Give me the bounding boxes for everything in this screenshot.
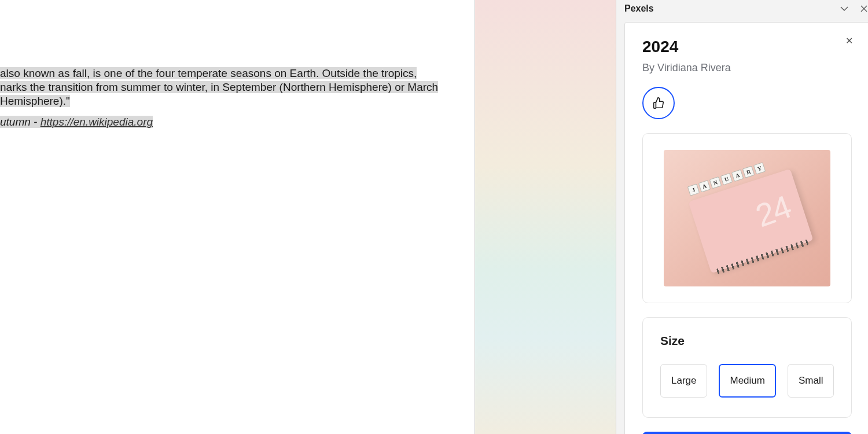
citation-link[interactable]: https://en.wikipedia.org — [41, 116, 153, 128]
document-paragraph: also known as fall, is one of the four t… — [0, 67, 475, 108]
photo-byline: By Viridiana Rivera — [642, 62, 852, 74]
panel-wrapper: ✕ 2024 By Viridiana Rivera 24 JANUARY — [616, 17, 868, 434]
photo-title: 2024 — [642, 38, 852, 56]
size-selector-card: Size Large Medium Small — [642, 317, 852, 418]
insert-photo-button[interactable]: Insert Photo — [642, 432, 852, 434]
size-heading: Size — [660, 334, 834, 348]
size-options: Large Medium Small — [660, 364, 834, 398]
close-icon[interactable] — [859, 4, 868, 13]
document-area: also known as fall, is one of the four t… — [0, 0, 475, 434]
photo-thumbnail[interactable]: 24 JANUARY — [664, 150, 830, 286]
panel-close-icon[interactable]: ✕ — [845, 36, 853, 46]
size-option-medium[interactable]: Medium — [719, 364, 775, 398]
pexels-sidebar: Pexels ✕ 2024 By Viridiana Rivera — [616, 0, 868, 434]
photo-detail-panel: ✕ 2024 By Viridiana Rivera 24 JANUARY — [624, 22, 868, 434]
thumb-big-number: 24 — [751, 187, 795, 234]
photo-preview-card: 24 JANUARY — [642, 133, 852, 303]
document-citation: utumn - https://en.wikipedia.org — [0, 115, 475, 129]
sidebar-title: Pexels — [624, 3, 654, 14]
doc-line-3[interactable]: Hemisphere)." — [0, 95, 70, 107]
citation-prefix[interactable]: utumn - — [0, 116, 41, 128]
size-option-large[interactable]: Large — [660, 364, 707, 398]
size-option-small[interactable]: Small — [788, 364, 834, 398]
chevron-down-icon[interactable] — [840, 4, 849, 13]
page-margin-strip — [475, 0, 616, 434]
sidebar-header: Pexels — [616, 0, 868, 17]
doc-line-2[interactable]: narks the transition from summer to wint… — [0, 81, 438, 93]
like-button[interactable] — [642, 87, 675, 119]
doc-line-1[interactable]: also known as fall, is one of the four t… — [0, 67, 417, 79]
thumbs-up-icon — [652, 97, 665, 109]
